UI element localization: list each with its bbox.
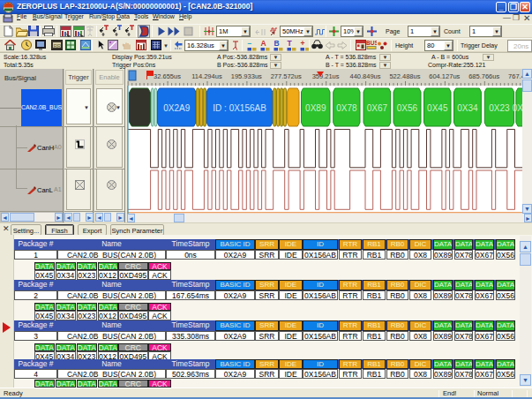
svg-text:+: + [301, 39, 305, 48]
svg-text:32.655us: 32.655us [154, 72, 181, 80]
svg-text:RR: RR [54, 43, 62, 49]
svg-text:440.849us: 440.849us [349, 72, 380, 80]
svg-text:BUS: BUS [366, 40, 377, 46]
svg-text:0X2A9: 0X2A9 [163, 103, 190, 113]
svg-text:277.572us: 277.572us [271, 72, 302, 80]
svg-text:B: B [274, 39, 280, 48]
svg-text:0X89: 0X89 [305, 103, 326, 113]
svg-text:0X78: 0X78 [336, 103, 357, 113]
svg-text:114.294us: 114.294us [191, 72, 222, 80]
svg-text:T: T [288, 39, 293, 48]
svg-text:522.488us: 522.488us [389, 72, 420, 80]
svg-text:359.21us: 359.21us [312, 72, 340, 80]
svg-text:685.766us: 685.766us [468, 72, 499, 80]
svg-text:0X23: 0X23 [489, 103, 510, 113]
svg-text:0X34: 0X34 [457, 103, 478, 113]
svg-text:604.127us: 604.127us [429, 72, 460, 80]
svg-text:−: − [248, 39, 252, 48]
svg-text:195.933us: 195.933us [231, 72, 262, 80]
svg-text:0X67: 0X67 [367, 103, 388, 113]
svg-text:0X45: 0X45 [427, 103, 448, 113]
svg-text:A: A [261, 39, 266, 48]
svg-text:0X56: 0X56 [397, 103, 418, 113]
svg-text:ID : 0X156AB: ID : 0X156AB [213, 103, 266, 113]
